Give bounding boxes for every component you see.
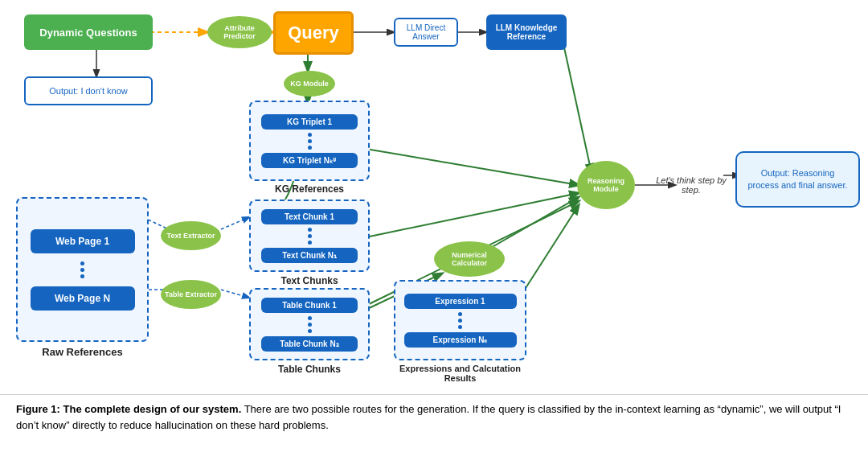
table-chunk-n-node: Table Chunk N₂ xyxy=(261,336,358,352)
dynamic-questions-label: Dynamic Questions xyxy=(39,27,137,39)
lets-think-node: Let's think step by step. xyxy=(651,165,731,205)
kg-module-node: KG Module xyxy=(284,71,335,97)
caption-area: Figure 1: The complete design of our sys… xyxy=(0,394,868,441)
reasoning-module-node: Reasoning Module xyxy=(577,161,635,209)
web-page-n-node: Web Page N xyxy=(31,286,135,311)
text-chunks-box: Text Chunk 1 Text Chunk N₁ xyxy=(249,200,370,272)
web-page-1-node: Web Page 1 xyxy=(31,229,135,253)
numerical-calculator-node: Numerical Calculator xyxy=(434,241,505,277)
table-chunks-label: Table Chunks xyxy=(249,364,370,375)
kg-references-box: KG Triplet 1 KG Triplet Nₖᵍ xyxy=(249,101,370,181)
raw-references-box: Web Page 1 Web Page N xyxy=(16,197,149,342)
diagram-container: Dynamic Questions Attribute Predictor Qu… xyxy=(0,0,868,394)
text-chunks-label: Text Chunks xyxy=(249,275,370,286)
caption-bold: Figure 1: The complete design of our sys… xyxy=(16,403,241,415)
svg-line-8 xyxy=(366,149,579,185)
output-idontknow-node: Output: I don't know xyxy=(24,76,153,105)
kg-dots xyxy=(308,133,312,150)
table-extractor-node: Table Extractor xyxy=(161,280,221,309)
table-dots xyxy=(308,316,312,333)
expressions-label: Expressions and Calcutation Results xyxy=(394,364,526,383)
dynamic-questions-node: Dynamic Questions xyxy=(24,14,153,50)
raw-references-label: Raw References xyxy=(16,346,149,358)
expression-n-node: Expression Nₑ xyxy=(404,332,517,348)
svg-line-9 xyxy=(366,193,579,237)
query-node: Query xyxy=(273,11,354,55)
attribute-predictor-node: Attribute Predictor xyxy=(207,16,272,48)
text-chunk-1-node: Text Chunk 1 xyxy=(261,209,358,224)
query-label: Query xyxy=(288,23,339,43)
expressions-box: Expression 1 Expression Nₑ xyxy=(394,280,526,360)
svg-line-5 xyxy=(563,40,592,173)
output-reasoning-node: Output: Reasoning process and final answ… xyxy=(735,151,860,208)
kg-triplet-1-node: KG Triplet 1 xyxy=(261,114,358,130)
kg-triplet-n-node: KG Triplet Nₖᵍ xyxy=(261,153,358,168)
expression-1-node: Expression 1 xyxy=(404,294,517,309)
text-extractor-node: Text Extractor xyxy=(161,221,221,250)
svg-line-19 xyxy=(221,217,249,229)
svg-line-20 xyxy=(221,290,249,298)
text-chunk-n-node: Text Chunk N₁ xyxy=(261,248,358,263)
table-chunk-1-node: Table Chunk 1 xyxy=(261,298,358,313)
table-chunks-box: Table Chunk 1 Table Chunk N₂ xyxy=(249,288,370,360)
raw-dots xyxy=(80,261,84,278)
text-dots xyxy=(308,228,312,245)
llm-knowledge-reference-node: LLM Knowledge Reference xyxy=(486,14,567,50)
kg-references-label: KG References xyxy=(249,183,370,195)
llm-direct-answer-node: LLM Direct Answer xyxy=(394,18,458,47)
expr-dots xyxy=(458,312,462,329)
